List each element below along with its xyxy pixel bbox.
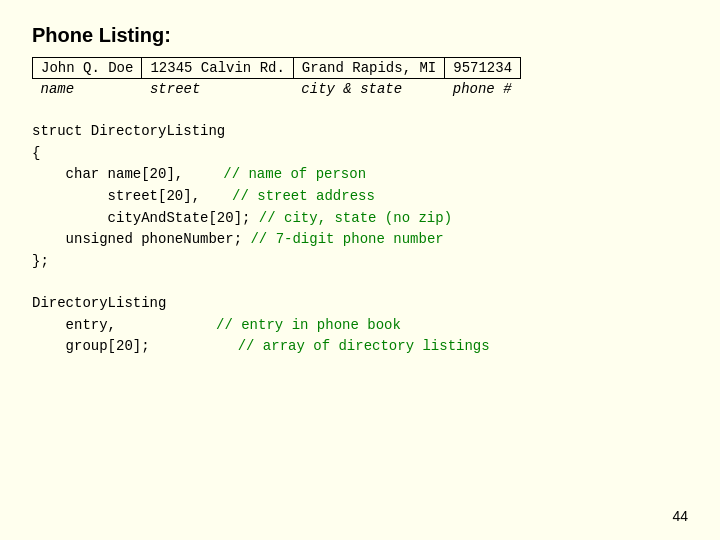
code-line-struct: struct DirectoryListing — [32, 121, 688, 143]
code-line-street: street[20],// street address — [32, 186, 688, 208]
cell-phone: 9571234 — [445, 58, 521, 79]
code-line-citystate: cityAndState[20]; // city, state (no zip… — [32, 208, 688, 230]
code-block-struct: struct DirectoryListing { char name[20],… — [32, 121, 688, 273]
code-line-name: char name[20],// name of person — [32, 164, 688, 186]
table-label-row: name street city & state phone # — [33, 79, 521, 98]
label-city-state: city & state — [293, 79, 444, 98]
code-line-group: group[20];// array of directory listings — [32, 336, 688, 358]
cell-city-state: Grand Rapids, MI — [293, 58, 444, 79]
label-phone: phone # — [445, 79, 521, 98]
cell-street: 12345 Calvin Rd. — [142, 58, 293, 79]
code-line-brace-open: { — [32, 143, 688, 165]
code-block-directorylisting: DirectoryListing entry,// entry in phone… — [32, 293, 688, 358]
page-container: Phone Listing: John Q. Doe 12345 Calvin … — [0, 0, 720, 402]
code-line-brace-close: }; — [32, 251, 688, 273]
code-line-entry: entry,// entry in phone book — [32, 315, 688, 337]
table-data-row: John Q. Doe 12345 Calvin Rd. Grand Rapid… — [33, 58, 521, 79]
cell-name: John Q. Doe — [33, 58, 142, 79]
code-line-phone: unsigned phoneNumber; // 7-digit phone n… — [32, 229, 688, 251]
page-number: 44 — [672, 508, 688, 524]
page-title: Phone Listing: — [32, 24, 688, 47]
code-line-dl: DirectoryListing — [32, 293, 688, 315]
label-street: street — [142, 79, 293, 98]
label-name: name — [33, 79, 142, 98]
phone-table: John Q. Doe 12345 Calvin Rd. Grand Rapid… — [32, 57, 521, 97]
